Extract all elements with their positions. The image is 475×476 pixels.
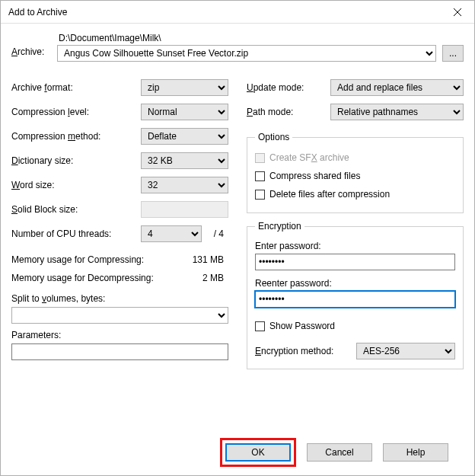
mem-compress-label: Memory usage for Compressing: [11, 254, 193, 265]
word-label: Word size: [11, 180, 141, 190]
update-select[interactable]: Add and replace files [330, 79, 464, 96]
reenter-pw-input[interactable] [255, 291, 455, 308]
mem-compress-value: 131 MB [193, 254, 228, 265]
pathmode-select[interactable]: Relative pathnames [330, 104, 464, 120]
archive-field-group: D:\Document\Image\Milk\ Angus Cow Silhou… [57, 33, 464, 62]
dialog-window: Add to Archive Archive: D:\Document\Imag… [0, 0, 475, 476]
format-label: Archive format: [11, 82, 141, 93]
close-icon [454, 8, 461, 16]
archive-file-combo[interactable]: Angus Cow Silhouette Sunset Free Vector.… [57, 45, 436, 62]
enter-pw-label: Enter password: [255, 241, 455, 251]
cpu-label: Number of CPU threads: [11, 228, 141, 239]
enc-method-label: Encryption method: [255, 346, 349, 356]
options-legend: Options [255, 132, 292, 142]
delete-label: Delete files after compression [269, 189, 390, 200]
sfx-label: Create SFX archive [269, 152, 349, 163]
browse-button[interactable]: ... [442, 45, 464, 62]
ok-highlight: OK [220, 438, 296, 467]
update-label: Update mode: [247, 82, 323, 93]
right-column: Update mode: Add and replace files Path … [247, 75, 464, 369]
archive-path: D:\Document\Image\Milk\ [57, 33, 464, 43]
left-column: Archive format: zip Compression level: N… [11, 75, 228, 369]
cpu-total: / 4 [214, 228, 228, 239]
archive-row: Archive: D:\Document\Image\Milk\ Angus C… [11, 33, 464, 62]
shared-label: Compress shared files [269, 171, 360, 181]
options-group: Options Create SFX archive Compress shar… [247, 132, 464, 213]
enc-method-select[interactable]: AES-256 [356, 343, 455, 359]
dict-label: Dictionary size: [11, 155, 141, 166]
mem-decompress-label: Memory usage for Decompressing: [11, 273, 202, 283]
showpw-label: Show Password [269, 321, 335, 331]
delete-checkbox[interactable] [255, 190, 265, 200]
reenter-pw-label: Reenter password: [255, 278, 455, 289]
format-select[interactable]: zip [141, 79, 228, 96]
titlebar: Add to Archive [1, 1, 474, 24]
sfx-checkbox [255, 153, 265, 163]
help-button[interactable]: Help [383, 443, 448, 462]
encryption-group: Encryption Enter password: Reenter passw… [247, 221, 464, 369]
level-label: Compression level: [11, 107, 141, 117]
dict-select[interactable]: 32 KB [141, 152, 228, 169]
showpw-checkbox[interactable] [255, 321, 265, 331]
archive-label: Archive: [11, 33, 48, 57]
cancel-button[interactable]: Cancel [307, 443, 372, 462]
pathmode-label: Path mode: [247, 107, 323, 117]
ok-button[interactable]: OK [225, 443, 291, 462]
solid-select [141, 201, 228, 218]
columns: Archive format: zip Compression level: N… [11, 75, 464, 369]
params-input[interactable] [11, 343, 228, 360]
enter-pw-input[interactable] [255, 254, 455, 270]
split-combo[interactable] [11, 307, 228, 324]
shared-checkbox[interactable] [255, 171, 265, 181]
cpu-select[interactable]: 4 [141, 225, 202, 242]
params-label: Parameters: [11, 330, 228, 340]
method-label: Compression method: [11, 131, 141, 142]
window-title: Add to Archive [8, 7, 67, 18]
dialog-content: Archive: D:\Document\Image\Milk\ Angus C… [1, 24, 474, 475]
split-label: Split to volumes, bytes: [11, 293, 228, 304]
level-select[interactable]: Normal [141, 104, 228, 120]
mem-decompress-value: 2 MB [202, 273, 228, 283]
solid-label: Solid Block size: [11, 204, 141, 215]
close-button[interactable] [441, 1, 474, 23]
footer: OK Cancel Help [11, 430, 464, 475]
word-select[interactable]: 32 [141, 177, 228, 193]
method-select[interactable]: Deflate [141, 128, 228, 145]
encryption-legend: Encryption [255, 221, 304, 232]
